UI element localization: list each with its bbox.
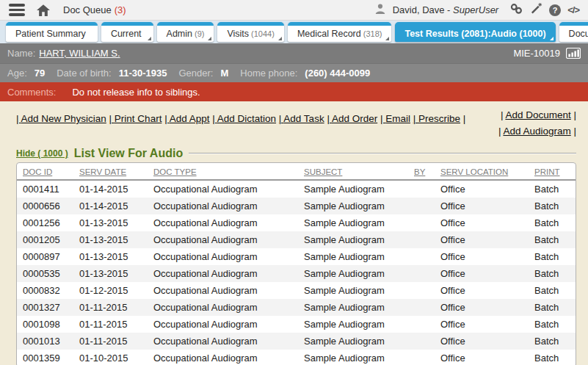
chevron-fold-icon	[278, 37, 282, 40]
add-audiogram-link[interactable]: Add Audiogram	[503, 126, 570, 137]
tab-patient-summary[interactable]: Patient Summary	[6, 22, 98, 42]
table-row[interactable]: 000109801-11-2015Occupational AudiogramS…	[17, 316, 576, 333]
chart-icon[interactable]	[566, 48, 581, 59]
phone-value: (260) 444-0099	[305, 68, 370, 79]
tab-test-results-audio[interactable]: Test Results (2081):Audio (1000)	[395, 22, 555, 42]
dob-value: 11-30-1935	[119, 68, 167, 79]
page-title: Doc Queue	[63, 4, 112, 15]
section-divider	[189, 153, 576, 154]
col-doc-type[interactable]: DOC TYPE	[148, 163, 298, 180]
chevron-fold-icon	[208, 37, 211, 40]
add-dictation-link[interactable]: Add Dictation	[212, 113, 276, 124]
add-appt-link[interactable]: Add Appt	[164, 113, 209, 124]
comments-bar: Comments: Do not release info to sibling…	[0, 82, 588, 101]
audio-list-table: DOC ID SERV DATE DOC TYPE SUBJECT BY SER…	[17, 163, 576, 365]
chart-action-links: Add New Physician Print Chart Add Appt A…	[16, 107, 465, 140]
add-order-link[interactable]: Add Order	[327, 113, 377, 124]
chevron-fold-icon	[385, 37, 389, 40]
audio-list-table-container: DOC ID SERV DATE DOC TYPE SUBJECT BY SER…	[16, 162, 576, 365]
age-value: 79	[35, 68, 45, 79]
tab-medical-record[interactable]: Medical Record(318)	[288, 22, 392, 42]
phone-label: Home phone:	[240, 68, 297, 79]
prescribe-link[interactable]: Prescribe	[413, 113, 460, 124]
comments-label: Comments:	[7, 87, 56, 98]
table-row[interactable]: 000135901-10-2015Occupational AudiogramS…	[17, 350, 576, 365]
table-row[interactable]: 000089701-13-2015Occupational AudiogramS…	[17, 248, 576, 265]
top-bar: Doc Queue (3) David, Dave - SuperUser ? …	[0, 0, 588, 21]
col-serv-date[interactable]: SERV DATE	[73, 163, 148, 180]
user-name[interactable]: David, Dave - SuperUser	[393, 4, 499, 15]
email-link[interactable]: Email	[380, 113, 410, 124]
table-row[interactable]: 000141101-14-2015Occupational AudiogramS…	[17, 180, 576, 198]
gender-label: Gender:	[178, 68, 213, 79]
section-header: Hide ( 1000 ) List View For Audio	[16, 147, 576, 160]
table-row[interactable]: 000065601-14-2015Occupational AudiogramS…	[17, 198, 576, 214]
chevron-fold-icon	[148, 37, 151, 40]
patient-name-bar: Name: HART, WILLIAM S. MIE-10019	[0, 43, 588, 63]
dob-label: Date of birth:	[57, 68, 111, 79]
tab-visits[interactable]: Visits(1044)	[217, 22, 283, 42]
add-new-physician-link[interactable]: Add New Physician	[16, 113, 106, 124]
comments-text: Do not release info to siblings.	[72, 87, 200, 98]
doc-queue-count: (3)	[115, 4, 126, 15]
col-subject[interactable]: SUBJECT	[298, 163, 408, 180]
add-document-link[interactable]: Add Document	[505, 109, 570, 120]
user-role: SuperUser	[453, 4, 498, 15]
print-chart-link[interactable]: Print Chart	[109, 113, 162, 124]
gender-value: M	[220, 68, 228, 79]
tab-admin[interactable]: Admin(9)	[157, 22, 214, 42]
chevron-fold-icon	[550, 37, 553, 40]
col-doc-id[interactable]: DOC ID	[17, 163, 73, 180]
tab-document-summary[interactable]: Document Summary(3267)	[559, 22, 588, 42]
help-icon[interactable]: ?	[549, 4, 561, 16]
link-icon[interactable]	[509, 3, 523, 18]
table-header-row: DOC ID SERV DATE DOC TYPE SUBJECT BY SER…	[17, 163, 576, 180]
demographics-bar: Age:79 Date of birth:11-30-1935 Gender:M…	[0, 63, 588, 82]
user-icon	[374, 3, 386, 18]
tab-strip: Patient Summary Current Admin(9) Visits(…	[0, 21, 588, 43]
tab-current[interactable]: Current	[101, 22, 153, 42]
patient-id: MIE-10019	[513, 48, 560, 59]
name-label: Name:	[7, 48, 35, 59]
menu-icon[interactable]	[9, 4, 25, 16]
wand-icon[interactable]	[530, 2, 542, 18]
col-print[interactable]: PRINT	[529, 163, 576, 180]
table-row[interactable]: 000120501-13-2015Occupational AudiogramS…	[17, 231, 576, 248]
code-icon[interactable]: </>	[567, 4, 579, 15]
chart-actions: Add New Physician Print Chart Add Appt A…	[16, 107, 576, 140]
col-by[interactable]: BY	[408, 163, 435, 180]
table-row[interactable]: 000053501-13-2015Occupational AudiogramS…	[17, 265, 576, 282]
table-row[interactable]: 000083201-12-2015Occupational AudiogramS…	[17, 282, 576, 299]
col-serv-location[interactable]: SERV LOCATION	[435, 163, 529, 180]
table-row[interactable]: 000101301-11-2015Occupational AudiogramS…	[17, 333, 576, 350]
table-row[interactable]: 000125601-13-2015Occupational AudiogramS…	[17, 214, 576, 231]
content-area: Add New Physician Print Chart Add Appt A…	[0, 101, 588, 365]
home-icon[interactable]	[37, 4, 50, 16]
age-label: Age:	[7, 68, 27, 79]
section-title: List View For Audio	[74, 147, 183, 160]
add-task-link[interactable]: Add Task	[279, 113, 324, 124]
document-action-links: Add Document Add Audiogram	[498, 107, 576, 140]
patient-name-link[interactable]: HART, WILLIAM S.	[39, 48, 120, 59]
table-row[interactable]: 000132701-11-2015Occupational AudiogramS…	[17, 299, 576, 316]
hide-link[interactable]: Hide ( 1000 )	[16, 148, 68, 159]
